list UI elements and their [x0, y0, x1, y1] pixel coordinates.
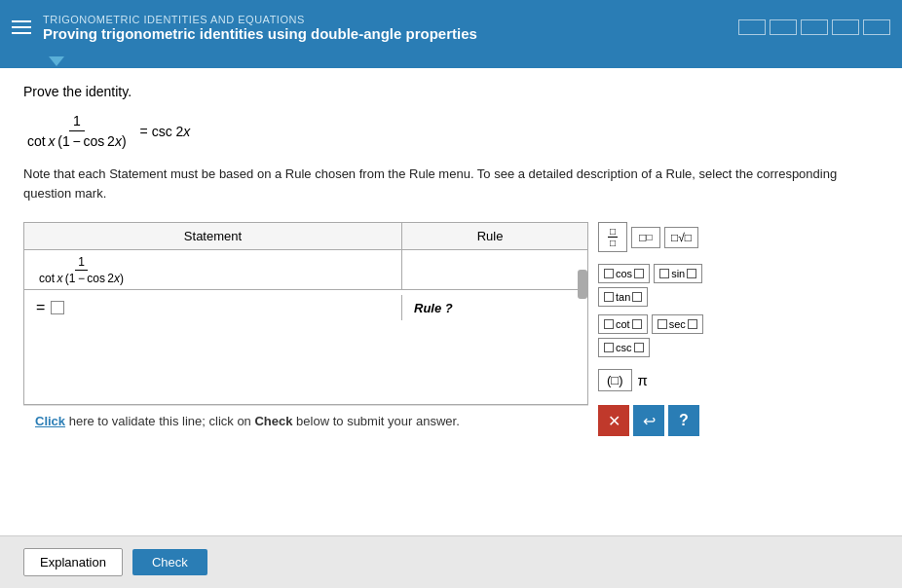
- footer-buttons: Explanation Check: [0, 535, 902, 588]
- trig-row1: cos sin tan: [598, 264, 754, 307]
- formula-equals: = csc 2x: [140, 124, 191, 139]
- header-subtitle: TRIGONOMETRIC IDENTITIES AND EQUATIONS: [43, 14, 477, 25]
- formula-box: 1 cot x (1 − cos 2x) = csc 2x: [23, 113, 879, 149]
- cot-checkbox: [604, 319, 614, 329]
- table-row-2: = Rule ?: [24, 290, 587, 325]
- sin-checkbox: [659, 269, 669, 278]
- tan-checkbox: [604, 292, 614, 302]
- prove-text: Prove the identity.: [23, 84, 879, 99]
- table-area: Statement Rule 1 cot x (1 − cos 2x): [23, 222, 879, 436]
- click-here-row: Click here to validate this line; click …: [23, 405, 588, 436]
- progress-box-1: [738, 19, 766, 35]
- paren-button[interactable]: (□): [598, 369, 632, 391]
- table-row-1: 1 cot x (1 − cos 2x): [24, 250, 587, 290]
- fraction-numerator: 1: [69, 113, 85, 131]
- dropdown-row: [0, 55, 902, 68]
- hamburger-menu[interactable]: [12, 20, 31, 34]
- cot-button[interactable]: cot: [598, 314, 648, 334]
- col-statement-header: Statement: [24, 223, 402, 249]
- input-box[interactable]: [51, 301, 64, 314]
- progress-box-4: [832, 19, 859, 35]
- row1-denominator: cot x (1 − cos 2x): [36, 271, 127, 285]
- sin-button[interactable]: sin: [654, 264, 702, 283]
- sec-button[interactable]: sec: [652, 314, 703, 334]
- col-rule-header: Rule: [402, 223, 578, 249]
- trig-row2: cot sec csc: [598, 314, 754, 357]
- action-row: (□) π: [598, 369, 754, 391]
- check-button[interactable]: Check: [132, 549, 207, 575]
- header-text: TRIGONOMETRIC IDENTITIES AND EQUATIONS P…: [43, 14, 477, 42]
- side-panel: □ □ □□ □√□ cos sin tan: [598, 222, 754, 436]
- click-here-text: here to validate this line; click on: [65, 414, 254, 428]
- cot-arg-box: [632, 319, 642, 329]
- check-inline-label: Check: [254, 414, 292, 428]
- cos-button[interactable]: cos: [598, 264, 650, 283]
- undo-button[interactable]: ↩: [633, 405, 664, 436]
- click-here-link[interactable]: Click: [35, 414, 65, 428]
- math-buttons-row1: □ □ □□ □√□: [598, 222, 754, 252]
- dropdown-arrow-icon[interactable]: [49, 56, 64, 66]
- sin-arg-box: [687, 269, 696, 278]
- progress-box-3: [801, 19, 828, 35]
- csc-button[interactable]: csc: [598, 338, 650, 357]
- main-content: Prove the identity. 1 cot x (1 − cos 2x)…: [0, 68, 902, 535]
- pi-button[interactable]: π: [638, 372, 648, 388]
- cos-arg-box: [634, 269, 644, 278]
- action-buttons-row: ✕ ↩ ?: [598, 405, 754, 436]
- below-text: below to submit your answer.: [293, 414, 460, 428]
- sqrt-button[interactable]: □√□: [664, 227, 698, 248]
- scroll-thumb: [578, 270, 587, 299]
- rule-label[interactable]: Rule ?: [414, 301, 453, 315]
- row1-statement: 1 cot x (1 − cos 2x): [24, 250, 402, 289]
- explanation-button[interactable]: Explanation: [23, 548, 123, 576]
- fraction-denominator: cot x (1 − cos 2x): [23, 131, 131, 149]
- fraction-button[interactable]: □ □: [598, 222, 627, 252]
- minus-sign: =: [36, 299, 45, 316]
- row1-fraction: 1 cot x (1 − cos 2x): [36, 255, 127, 285]
- superscript-button[interactable]: □□: [631, 227, 660, 248]
- sec-checkbox: [658, 319, 667, 329]
- tan-button[interactable]: tan: [598, 287, 648, 307]
- cos-checkbox: [604, 269, 614, 278]
- clear-button[interactable]: ✕: [598, 405, 629, 436]
- sec-arg-box: [688, 319, 697, 329]
- note-text: Note that each Statement must be based o…: [23, 165, 879, 202]
- proof-table: Statement Rule 1 cot x (1 − cos 2x): [23, 222, 588, 405]
- row1-rule: [402, 266, 578, 274]
- help-button[interactable]: ?: [668, 405, 699, 436]
- progress-box-5: [863, 19, 890, 35]
- header-title: Proving trigonometric identities using d…: [43, 25, 477, 42]
- row1-numerator: 1: [75, 255, 88, 271]
- row2-rule[interactable]: Rule ?: [402, 297, 578, 319]
- header-progress: [738, 19, 890, 35]
- progress-box-2: [770, 19, 797, 35]
- csc-checkbox: [604, 343, 614, 352]
- tan-arg-box: [632, 292, 642, 302]
- main-fraction: 1 cot x (1 − cos 2x): [23, 113, 131, 149]
- csc-arg-box: [634, 343, 644, 352]
- row2-statement: =: [24, 295, 402, 320]
- top-bar: TRIGONOMETRIC IDENTITIES AND EQUATIONS P…: [0, 0, 902, 55]
- table-header: Statement Rule: [24, 223, 587, 250]
